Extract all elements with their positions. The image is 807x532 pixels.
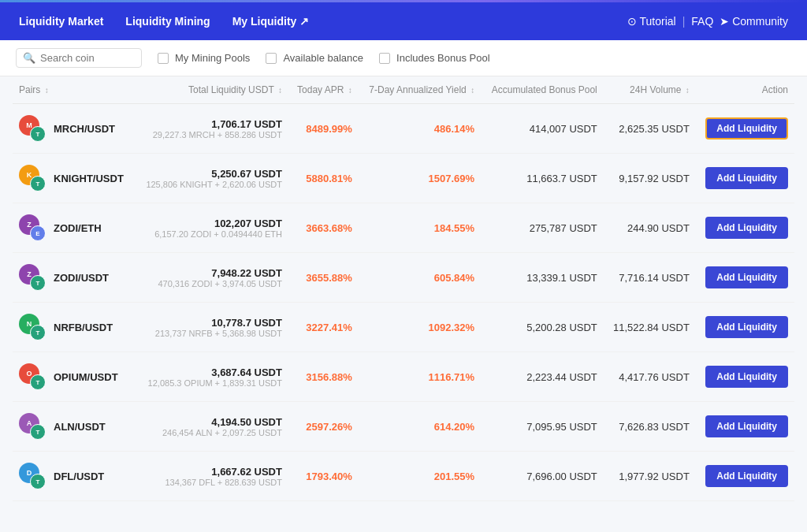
bonus-pool-cell: 275,787 USDT — [481, 203, 604, 253]
pair-cell-ZODI/ETH: ZEZODI/ETH — [13, 203, 134, 253]
volume-cell: 11,522.84 USDT — [604, 303, 696, 352]
coin-icon-ALN/USDT: AT — [19, 413, 46, 440]
pair-name: ALN/USDT — [54, 421, 106, 433]
my-mining-pools-checkbox[interactable] — [158, 53, 169, 64]
add-liquidity-button[interactable]: Add Liquidity — [705, 266, 788, 288]
add-liquidity-button[interactable]: Add Liquidity — [705, 366, 788, 388]
col-today-apr[interactable]: Today APR ↕ — [288, 76, 359, 104]
yield-cell: 201.55% — [359, 452, 481, 501]
pair-name: ZODI/ETH — [54, 222, 102, 234]
liquidity-sub: 246,454 ALN + 2,097.25 USDT — [140, 428, 282, 437]
coin-icon-ZODI/USDT: ZT — [19, 264, 46, 291]
table-row: MTMRCH/USDT1,706.17 USDT29,227.3 MRCH + … — [13, 104, 794, 154]
liquidity-sub: 6,157.20 ZODI + 0.0494440 ETH — [140, 229, 282, 239]
coin-icon-OPIUM/USDT: OT — [19, 363, 46, 390]
search-input[interactable] — [40, 52, 135, 64]
my-mining-pools-label: My Mining Pools — [175, 52, 250, 64]
liquidity-main: 4,194.50 USDT — [140, 416, 282, 428]
pair-cell-KNIGHT/USDT: KTKNIGHT/USDT — [13, 154, 134, 203]
yield-value: 1092.32% — [429, 322, 475, 333]
add-liquidity-button[interactable]: Add Liquidity — [705, 415, 788, 437]
yield-value: 201.55% — [434, 471, 474, 482]
table-wrap: Pairs ↕ Total Liquidity USDT ↕ Today APR… — [0, 76, 807, 501]
volume-value: 4,417.76 USDT — [619, 371, 690, 383]
yield-cell: 605.84% — [359, 253, 481, 303]
col-7day-yield[interactable]: 7-Day Annualized Yield ↕ — [359, 76, 481, 104]
apr-cell: 2597.26% — [288, 402, 359, 452]
add-liquidity-button[interactable]: Add Liquidity — [705, 167, 788, 189]
volume-value: 7,626.83 USDT — [619, 421, 690, 433]
nav-liquidity-market[interactable]: Liquidity Market — [19, 15, 103, 28]
apr-value: 1793.40% — [306, 471, 352, 482]
pair-name: KNIGHT/USDT — [54, 173, 124, 184]
includes-bonus-pool-toggle[interactable]: Includes Bonus Pool — [379, 52, 490, 64]
apr-sort-icon: ↕ — [348, 86, 352, 95]
liquidity-main: 10,778.7 USDT — [140, 317, 282, 329]
yield-sort-icon: ↕ — [470, 86, 474, 95]
yield-cell: 1116.71% — [359, 352, 481, 402]
volume-value: 1,977.92 USDT — [619, 471, 690, 482]
volume-cell: 7,716.14 USDT — [604, 253, 696, 303]
bonus-value: 275,787 USDT — [530, 222, 597, 234]
liquidity-cell: 102,207 USDT6,157.20 ZODI + 0.0494440 ET… — [134, 203, 288, 253]
nav-liquidity-mining[interactable]: Liquidity Mining — [125, 15, 210, 28]
table-body: MTMRCH/USDT1,706.17 USDT29,227.3 MRCH + … — [13, 104, 794, 501]
coin-icon-KNIGHT/USDT: KT — [19, 165, 46, 192]
table-row: DTDFL/USDT1,667.62 USDT134,367 DFL + 828… — [13, 452, 794, 501]
available-balance-checkbox[interactable] — [266, 53, 277, 64]
liquidity-cell: 7,948.22 USDT470,316 ZODI + 3,974.05 USD… — [134, 253, 288, 303]
liquidity-table: Pairs ↕ Total Liquidity USDT ↕ Today APR… — [13, 76, 794, 501]
action-cell: Add Liquidity — [696, 303, 794, 352]
apr-value: 3156.88% — [306, 371, 352, 383]
pair-cell-NRFB/USDT: NTNRFB/USDT — [13, 303, 134, 352]
yield-cell: 184.55% — [359, 203, 481, 253]
pair-name: NRFB/USDT — [54, 322, 113, 333]
pair-cell-DFL/USDT: DTDFL/USDT — [13, 452, 134, 501]
liquidity-cell: 4,194.50 USDT246,454 ALN + 2,097.25 USDT — [134, 402, 288, 452]
add-liquidity-button[interactable]: Add Liquidity — [705, 465, 788, 487]
liquidity-main: 102,207 USDT — [140, 218, 282, 229]
liquidity-main: 7,948.22 USDT — [140, 267, 282, 279]
nav-tutorial[interactable]: ⊙ Tutorial — [627, 15, 676, 28]
includes-bonus-pool-checkbox[interactable] — [379, 53, 390, 64]
add-liquidity-button[interactable]: Add Liquidity — [705, 316, 788, 338]
volume-cell: 1,977.92 USDT — [604, 452, 696, 501]
yield-value: 486.14% — [434, 123, 474, 135]
my-mining-pools-toggle[interactable]: My Mining Pools — [158, 52, 250, 64]
apr-value: 8489.99% — [306, 123, 352, 135]
volume-value: 244.90 USDT — [627, 222, 690, 234]
table-row: ZEZODI/ETH102,207 USDT6,157.20 ZODI + 0.… — [13, 203, 794, 253]
bonus-pool-cell: 11,663.7 USDT — [481, 154, 604, 203]
nav-faq[interactable]: FAQ — [691, 15, 713, 28]
add-liquidity-button[interactable]: Add Liquidity — [705, 117, 788, 140]
coin-icon-ZODI/ETH: ZE — [19, 214, 46, 241]
nav-my-liquidity[interactable]: My Liquidity ↗ — [232, 15, 310, 28]
action-cell: Add Liquidity — [696, 402, 794, 452]
apr-cell: 3663.68% — [288, 203, 359, 253]
includes-bonus-pool-label: Includes Bonus Pool — [396, 52, 490, 64]
pair-name: ZODI/USDT — [54, 272, 109, 284]
volume-cell: 9,157.92 USDT — [604, 154, 696, 203]
liquidity-sub: 134,367 DFL + 828.639 USDT — [140, 478, 282, 487]
liquidity-sub: 213,737 NRFB + 5,368.98 USDT — [140, 329, 282, 338]
pair-cell-ALN/USDT: ATALN/USDT — [13, 402, 134, 452]
action-cell: Add Liquidity — [696, 452, 794, 501]
action-cell: Add Liquidity — [696, 352, 794, 402]
pair-name: DFL/USDT — [54, 471, 104, 482]
add-liquidity-button[interactable]: Add Liquidity — [705, 217, 788, 239]
col-pairs[interactable]: Pairs ↕ — [13, 76, 134, 104]
available-balance-toggle[interactable]: Available balance — [266, 52, 363, 64]
bonus-pool-cell: 5,200.28 USDT — [481, 303, 604, 352]
liquidity-sub: 29,227.3 MRCH + 858.286 USDT — [140, 130, 282, 140]
volume-cell: 244.90 USDT — [604, 203, 696, 253]
bonus-value: 414,007 USDT — [530, 123, 597, 135]
table-row: ATALN/USDT4,194.50 USDT246,454 ALN + 2,0… — [13, 402, 794, 452]
apr-value: 2597.26% — [306, 421, 352, 433]
nav-community[interactable]: ➤ Community — [720, 15, 788, 28]
action-cell: Add Liquidity — [696, 104, 794, 154]
apr-cell: 3227.41% — [288, 303, 359, 352]
volume-cell: 7,626.83 USDT — [604, 402, 696, 452]
col-24h-volume[interactable]: 24H Volume ↕ — [604, 76, 696, 104]
nav-left: Liquidity Market Liquidity Mining My Liq… — [19, 15, 309, 28]
col-total-liquidity[interactable]: Total Liquidity USDT ↕ — [134, 76, 288, 104]
